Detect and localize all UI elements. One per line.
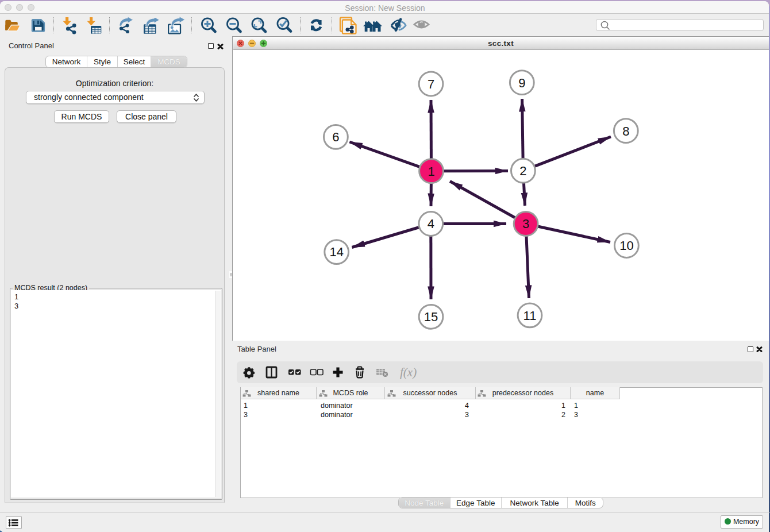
svg-text:11: 11 xyxy=(523,309,537,323)
svg-text:f(x): f(x) xyxy=(400,365,417,379)
svg-text:8: 8 xyxy=(622,124,629,138)
svg-text:14: 14 xyxy=(329,245,343,259)
svg-text:3: 3 xyxy=(522,217,529,231)
svg-text:10: 10 xyxy=(619,238,633,253)
svg-text:6: 6 xyxy=(332,130,339,144)
svg-text:1: 1 xyxy=(428,164,434,179)
svg-text:15: 15 xyxy=(424,310,438,324)
svg-text:9: 9 xyxy=(518,76,525,90)
svg-text:4: 4 xyxy=(428,217,434,231)
svg-text:7: 7 xyxy=(428,77,434,91)
svg-text:2: 2 xyxy=(519,164,526,178)
